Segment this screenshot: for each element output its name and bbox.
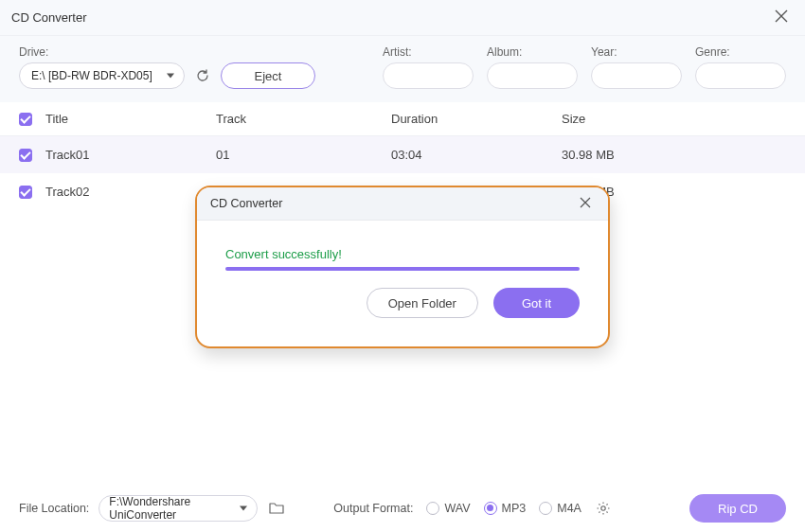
col-track-header: Track bbox=[216, 112, 391, 126]
close-icon[interactable] bbox=[769, 6, 794, 29]
select-all-checkbox[interactable] bbox=[19, 113, 32, 126]
format-mp3-radio[interactable]: MP3 bbox=[484, 502, 527, 515]
genre-label: Genre: bbox=[695, 45, 786, 59]
output-format-label: Output Format: bbox=[333, 502, 413, 515]
row-checkbox[interactable] bbox=[19, 149, 32, 162]
album-input[interactable] bbox=[487, 62, 578, 89]
cell-title: Track02 bbox=[45, 185, 216, 199]
radio-icon bbox=[484, 502, 497, 515]
open-folder-icon[interactable] bbox=[267, 499, 286, 518]
cell-title: Track01 bbox=[45, 148, 216, 162]
cell-size: 30.98 MB bbox=[562, 148, 786, 162]
progress-bar bbox=[225, 267, 580, 271]
format-m4a-radio[interactable]: M4A bbox=[539, 502, 581, 515]
rip-cd-button[interactable]: Rip CD bbox=[689, 494, 786, 523]
toolbar: Drive: E:\ [BD-RW BDR-XD05] Eject Artist… bbox=[0, 36, 805, 102]
genre-input[interactable] bbox=[695, 62, 786, 89]
success-message: Convert successfully! bbox=[225, 247, 580, 261]
artist-input[interactable] bbox=[383, 62, 474, 89]
radio-label: M4A bbox=[557, 502, 581, 515]
svg-point-0 bbox=[601, 506, 605, 510]
footer: File Location: F:\Wondershare UniConvert… bbox=[0, 485, 805, 532]
drive-value: E:\ [BD-RW BDR-XD05] bbox=[31, 69, 152, 82]
modal-header: CD Converter bbox=[197, 187, 608, 221]
year-input[interactable] bbox=[591, 62, 682, 89]
radio-label: WAV bbox=[444, 502, 470, 515]
eject-label: Eject bbox=[255, 69, 282, 83]
file-location-select[interactable]: F:\Wondershare UniConverter bbox=[98, 495, 258, 522]
window-title: CD Converter bbox=[11, 10, 86, 25]
window-titlebar: CD Converter bbox=[0, 0, 805, 36]
radio-icon bbox=[539, 502, 552, 515]
row-checkbox[interactable] bbox=[19, 186, 32, 199]
eject-button[interactable]: Eject bbox=[221, 62, 315, 89]
format-wav-radio[interactable]: WAV bbox=[426, 502, 470, 515]
file-location-value: F:\Wondershare UniConverter bbox=[109, 495, 234, 522]
modal-title: CD Converter bbox=[210, 197, 282, 210]
col-title-header: Title bbox=[45, 112, 216, 126]
drive-label: Drive: bbox=[19, 45, 185, 59]
convert-success-modal: CD Converter Convert successfully! Open … bbox=[195, 186, 610, 348]
col-size-header: Size bbox=[562, 112, 786, 126]
settings-icon[interactable] bbox=[595, 500, 612, 517]
drive-select[interactable]: E:\ [BD-RW BDR-XD05] bbox=[19, 62, 185, 89]
year-label: Year: bbox=[591, 45, 682, 59]
got-it-button[interactable]: Got it bbox=[493, 288, 580, 318]
table-header: Title Track Duration Size bbox=[0, 102, 805, 136]
open-folder-button[interactable]: Open Folder bbox=[367, 288, 478, 318]
table-row[interactable]: Track01 01 03:04 30.98 MB bbox=[0, 136, 805, 173]
cell-duration: 03:04 bbox=[391, 148, 562, 162]
file-location-label: File Location: bbox=[19, 502, 89, 515]
radio-label: MP3 bbox=[502, 502, 527, 515]
refresh-icon[interactable] bbox=[194, 67, 211, 84]
radio-icon bbox=[426, 502, 439, 515]
cell-track: 01 bbox=[216, 148, 391, 162]
artist-label: Artist: bbox=[383, 45, 474, 59]
col-duration-header: Duration bbox=[391, 112, 562, 126]
album-label: Album: bbox=[487, 45, 578, 59]
modal-close-icon[interactable] bbox=[576, 195, 595, 212]
